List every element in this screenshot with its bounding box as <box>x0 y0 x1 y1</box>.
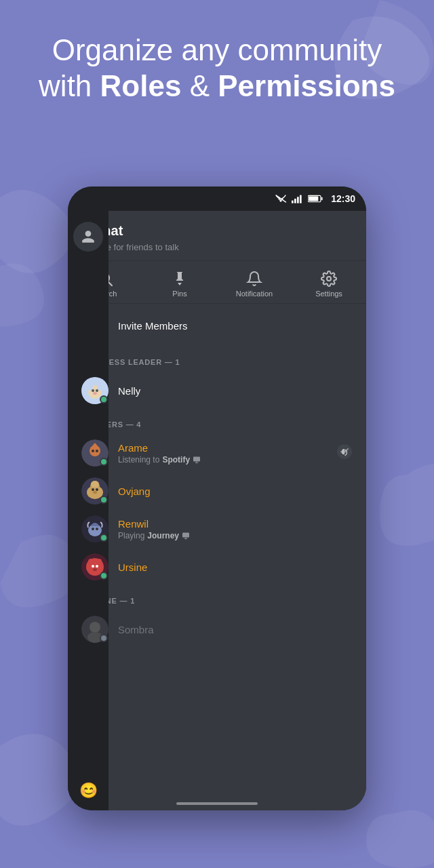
svg-point-10 <box>327 277 331 281</box>
arame-avatar-wrap <box>81 439 108 467</box>
svg-point-35 <box>96 528 98 530</box>
header-line1: Organize any community <box>52 33 382 66</box>
nelly-status-dot <box>100 395 108 403</box>
ursine-name: Ursine <box>118 561 353 573</box>
svg-rect-23 <box>193 456 200 461</box>
svg-rect-6 <box>309 196 318 201</box>
sidebar-emoji[interactable]: 😊 <box>79 782 98 800</box>
arame-mute-icon[interactable] <box>336 443 353 463</box>
svg-rect-36 <box>182 532 189 537</box>
arame-status-dot <box>100 458 108 466</box>
channel-header: # chat a place for friends to talk <box>68 211 366 261</box>
arame-name: Arame <box>118 442 327 454</box>
svg-point-28 <box>91 481 99 488</box>
pins-label: Pins <box>172 290 186 298</box>
svg-line-9 <box>108 282 113 286</box>
member-ovjang[interactable]: Ovjang <box>68 472 366 510</box>
svg-point-29 <box>92 488 94 491</box>
ursine-avatar-wrap <box>81 553 108 580</box>
svg-point-31 <box>93 491 97 494</box>
member-sombra[interactable]: Sombra <box>68 610 366 648</box>
gear-icon <box>321 271 337 287</box>
home-indicator <box>176 802 258 805</box>
ovjang-name: Ovjang <box>118 486 353 497</box>
arame-status: Listening to Spotify <box>118 455 327 465</box>
renwil-status-dot <box>100 534 108 542</box>
section-members: MEMBERS — 4 <box>68 410 366 434</box>
svg-rect-7 <box>321 197 323 201</box>
svg-point-21 <box>92 450 94 452</box>
nelly-avatar-wrap <box>81 377 108 404</box>
renwil-name: Renwil <box>118 518 353 530</box>
header-line2: with Roles & Permissions <box>39 69 395 102</box>
svg-rect-1 <box>292 201 294 203</box>
channel-toolbar: Search Pins Notification <box>68 261 366 304</box>
svg-point-39 <box>88 559 94 564</box>
toolbar-settings[interactable]: Settings <box>292 271 366 298</box>
invite-label: Invite Members <box>118 320 188 332</box>
member-arame[interactable]: Arame Listening to Spotify <box>68 434 366 472</box>
sombra-status-dot <box>100 634 108 642</box>
member-renwil[interactable]: Renwil Playing Journey <box>68 510 366 548</box>
svg-point-34 <box>92 528 94 530</box>
svg-point-30 <box>96 488 98 491</box>
channel-description: a place for friends to talk <box>83 242 353 252</box>
wifi-icon <box>275 194 286 203</box>
renwil-avatar-wrap <box>81 515 108 542</box>
svg-point-40 <box>96 559 102 564</box>
ursine-status-dot <box>100 572 108 580</box>
renwil-info: Renwil Playing Journey <box>118 518 353 540</box>
svg-point-45 <box>90 622 100 633</box>
invite-members-row[interactable]: Invite Members <box>68 304 366 347</box>
settings-label: Settings <box>315 290 342 298</box>
section-offline: OFFLINE — 1 <box>68 586 366 610</box>
status-time: 12:30 <box>331 193 355 204</box>
ursine-info: Ursine <box>118 561 353 573</box>
status-bar: 12:30 <box>68 186 366 211</box>
svg-rect-2 <box>294 199 296 203</box>
pin-icon <box>172 271 188 287</box>
ovjang-info: Ovjang <box>118 486 353 497</box>
svg-point-42 <box>96 565 98 568</box>
sidebar-user-avatar[interactable] <box>73 222 103 252</box>
battery-icon <box>308 195 323 203</box>
arame-info: Arame Listening to Spotify <box>118 442 327 465</box>
nelly-name: Nelly <box>118 385 353 397</box>
section-fearless-leader: FEARLESS LEADER — 1 <box>68 347 366 372</box>
toolbar-pins[interactable]: Pins <box>142 271 217 298</box>
renwil-status: Playing Journey <box>118 531 353 540</box>
svg-point-43 <box>93 568 97 571</box>
member-ursine[interactable]: Ursine <box>68 548 366 586</box>
sombra-info: Sombra <box>118 624 353 635</box>
toolbar-notification[interactable]: Notification <box>217 271 292 298</box>
svg-point-15 <box>92 389 94 392</box>
members-list: Invite Members FEARLESS LEADER — 1 <box>68 304 366 810</box>
header-section: Organize any community with Roles & Perm… <box>0 33 434 104</box>
svg-rect-3 <box>297 197 299 203</box>
svg-point-22 <box>96 450 98 452</box>
svg-point-17 <box>93 392 97 395</box>
svg-point-16 <box>96 389 98 392</box>
signal-icon <box>292 194 302 203</box>
notification-label: Notification <box>236 290 273 298</box>
nelly-info: Nelly <box>118 385 353 397</box>
channel-panel: # chat a place for friends to talk Searc… <box>68 211 366 810</box>
ovjang-avatar-wrap <box>81 477 108 505</box>
phone-mockup: 12:30 😊 # chat a place for friends to ta… <box>68 186 366 810</box>
svg-rect-4 <box>300 195 302 203</box>
phone-content: 😊 # chat a place for friends to talk <box>68 211 366 810</box>
bell-icon <box>246 271 262 287</box>
ovjang-status-dot <box>100 496 108 504</box>
svg-point-13 <box>87 382 93 391</box>
member-nelly[interactable]: Nelly <box>68 372 366 410</box>
svg-point-14 <box>97 382 102 391</box>
channel-name-row: # chat <box>81 222 353 239</box>
svg-point-41 <box>92 565 94 568</box>
sombra-avatar-wrap <box>81 616 108 643</box>
sombra-name: Sombra <box>118 624 353 635</box>
